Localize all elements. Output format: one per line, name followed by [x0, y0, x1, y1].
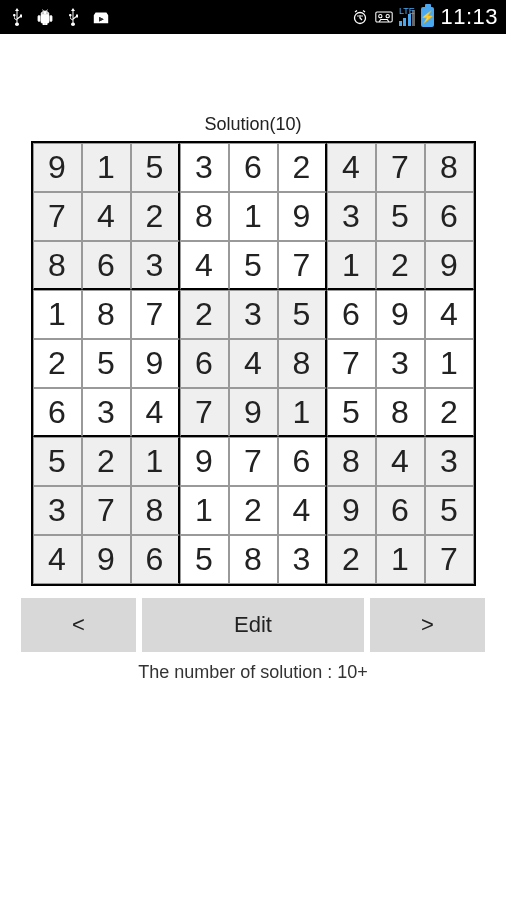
svg-point-0: [43, 13, 44, 14]
sudoku-cell: 8: [425, 143, 474, 192]
sudoku-cell: 4: [376, 437, 425, 486]
prev-button[interactable]: <: [21, 598, 136, 652]
sudoku-cell: 6: [33, 388, 82, 437]
sudoku-cell: 2: [425, 388, 474, 437]
sudoku-cell: 1: [327, 241, 376, 290]
sudoku-cell: 8: [229, 535, 278, 584]
status-left-icons: [8, 8, 110, 26]
sudoku-grid: 9153624787428193568634571291872356942596…: [31, 141, 476, 586]
sudoku-cell: 2: [327, 535, 376, 584]
sudoku-cell: 2: [82, 437, 131, 486]
sudoku-cell: 9: [278, 192, 327, 241]
sudoku-cell: 4: [327, 143, 376, 192]
sudoku-cell: 1: [278, 388, 327, 437]
sudoku-cell: 3: [425, 437, 474, 486]
sudoku-cell: 4: [180, 241, 229, 290]
sudoku-cell: 3: [33, 486, 82, 535]
sudoku-cell: 4: [278, 486, 327, 535]
play-store-icon: [92, 8, 110, 26]
sudoku-cell: 2: [278, 143, 327, 192]
sudoku-cell: 7: [180, 388, 229, 437]
sudoku-cell: 4: [131, 388, 180, 437]
sudoku-cell: 9: [180, 437, 229, 486]
sudoku-cell: 3: [327, 192, 376, 241]
sudoku-cell: 5: [425, 486, 474, 535]
sudoku-cell: 7: [131, 290, 180, 339]
sudoku-cell: 1: [229, 192, 278, 241]
sudoku-cell: 5: [278, 290, 327, 339]
sudoku-cell: 9: [82, 535, 131, 584]
sudoku-cell: 7: [327, 339, 376, 388]
sudoku-cell: 1: [425, 339, 474, 388]
sudoku-cell: 9: [376, 290, 425, 339]
signal-icon: LTE: [399, 8, 416, 26]
svg-point-7: [386, 15, 389, 18]
sudoku-cell: 6: [376, 486, 425, 535]
svg-point-1: [47, 13, 48, 14]
sudoku-cell: 3: [82, 388, 131, 437]
sudoku-cell: 1: [82, 143, 131, 192]
solution-title: Solution(10): [204, 114, 301, 135]
sudoku-cell: 7: [425, 535, 474, 584]
sudoku-cell: 6: [278, 437, 327, 486]
usb-icon: [8, 8, 26, 26]
sudoku-cell: 5: [82, 339, 131, 388]
sudoku-cell: 2: [376, 241, 425, 290]
svg-point-4: [361, 15, 363, 17]
android-icon: [36, 8, 54, 26]
sudoku-cell: 6: [327, 290, 376, 339]
sudoku-cell: 2: [229, 486, 278, 535]
svg-point-3: [357, 15, 359, 17]
sudoku-cell: 4: [82, 192, 131, 241]
sudoku-cell: 6: [425, 192, 474, 241]
sudoku-cell: 5: [229, 241, 278, 290]
solution-count-text: The number of solution : 10+: [138, 662, 368, 683]
alarm-icon: [351, 8, 369, 26]
sudoku-cell: 1: [180, 486, 229, 535]
sudoku-cell: 2: [131, 192, 180, 241]
sudoku-cell: 4: [33, 535, 82, 584]
sudoku-cell: 5: [376, 192, 425, 241]
sudoku-cell: 5: [33, 437, 82, 486]
sudoku-cell: 5: [327, 388, 376, 437]
sudoku-cell: 6: [229, 143, 278, 192]
sudoku-cell: 7: [82, 486, 131, 535]
sudoku-cell: 9: [131, 339, 180, 388]
status-right-icons: LTE ⚡ 11:13: [351, 4, 498, 30]
main-content: Solution(10) 915362478742819356863457129…: [0, 34, 506, 683]
sudoku-cell: 9: [327, 486, 376, 535]
sudoku-cell: 7: [278, 241, 327, 290]
sudoku-cell: 8: [180, 192, 229, 241]
sudoku-cell: 1: [33, 290, 82, 339]
sudoku-cell: 3: [376, 339, 425, 388]
battery-icon: ⚡: [421, 7, 434, 27]
sudoku-cell: 7: [229, 437, 278, 486]
usb-icon-2: [64, 8, 82, 26]
cassette-icon: [375, 8, 393, 26]
sudoku-cell: 8: [82, 290, 131, 339]
sudoku-cell: 2: [180, 290, 229, 339]
sudoku-cell: 1: [376, 535, 425, 584]
next-button[interactable]: >: [370, 598, 485, 652]
sudoku-cell: 3: [278, 535, 327, 584]
sudoku-cell: 6: [131, 535, 180, 584]
button-row: < Edit >: [11, 598, 495, 652]
edit-button[interactable]: Edit: [142, 598, 364, 652]
sudoku-cell: 8: [33, 241, 82, 290]
sudoku-cell: 2: [33, 339, 82, 388]
sudoku-cell: 1: [131, 437, 180, 486]
sudoku-cell: 3: [180, 143, 229, 192]
sudoku-cell: 4: [425, 290, 474, 339]
sudoku-cell: 4: [229, 339, 278, 388]
status-clock: 11:13: [440, 4, 498, 30]
sudoku-cell: 6: [180, 339, 229, 388]
lte-label: LTE: [399, 6, 415, 16]
status-bar: LTE ⚡ 11:13: [0, 0, 506, 34]
sudoku-cell: 3: [229, 290, 278, 339]
sudoku-cell: 5: [180, 535, 229, 584]
sudoku-cell: 6: [82, 241, 131, 290]
sudoku-cell: 8: [278, 339, 327, 388]
sudoku-cell: 8: [327, 437, 376, 486]
sudoku-cell: 9: [229, 388, 278, 437]
svg-rect-5: [376, 12, 392, 22]
